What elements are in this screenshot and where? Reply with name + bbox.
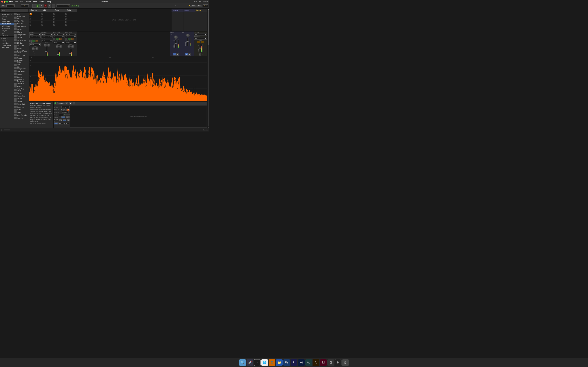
midi-from-select-2[interactable]: All Ins (41, 33, 52, 36)
volume-fader-3[interactable] (58, 50, 59, 56)
menu-options[interactable]: Options (39, 1, 45, 3)
cat-instruments[interactable]: Instruments (0, 20, 14, 23)
right-scrollbar[interactable]: ▲ ▼ (207, 8, 209, 128)
return-b-knob[interactable] (186, 34, 190, 37)
place-packs[interactable]: Packs (0, 40, 14, 42)
audio-channel-select-4[interactable]: 2 (65, 36, 76, 38)
cat-samples[interactable]: Samples (0, 34, 14, 36)
app-menu-live[interactable]: Live (9, 1, 13, 3)
list-item[interactable]: Compressor (14, 33, 29, 36)
overdub-button[interactable]: ⊕ (48, 4, 51, 8)
clip-slot[interactable] (65, 21, 77, 23)
channel-lr-btn[interactable]: LR (67, 109, 69, 111)
send-b-knob-4[interactable] (71, 45, 74, 48)
list-item[interactable]: Frequency Shifter (14, 59, 29, 63)
clip-launch-btn[interactable] (42, 16, 43, 17)
graph-bins-btn[interactable]: Bins (61, 116, 65, 118)
midi-button[interactable]: MIDI (197, 5, 202, 7)
audio-from-select-4[interactable]: Ext. In (65, 33, 76, 36)
clip-slot[interactable] (65, 12, 77, 15)
scale-lin-btn[interactable]: Lin (60, 119, 62, 121)
follow-button[interactable]: ↔ (52, 4, 55, 8)
back-button[interactable]: ◀◀ (33, 4, 36, 8)
list-item[interactable]: Beat Repeat (14, 25, 29, 28)
list-item[interactable]: Auto Filter (14, 20, 29, 22)
list-item[interactable]: Reverb (14, 97, 29, 100)
clip-launch-btn[interactable] (65, 16, 67, 17)
clip-slot[interactable] (29, 23, 41, 26)
clip-slot[interactable] (29, 18, 41, 21)
scroll-up-btn[interactable]: ▲ (208, 9, 209, 10)
list-item[interactable]: Chorus (14, 31, 29, 33)
search-input[interactable] (1, 9, 28, 12)
clip-slot[interactable] (41, 23, 53, 26)
scroll-down-btn[interactable]: ▼ (208, 127, 209, 128)
clip-slot[interactable] (53, 18, 65, 21)
clip-slot[interactable] (41, 12, 53, 15)
scale-log-btn[interactable]: Log (63, 119, 66, 121)
clip-launch-btn[interactable] (30, 21, 31, 23)
monitor-auto-btn-4[interactable]: Auto (68, 38, 71, 40)
channel-l-btn[interactable]: L (61, 109, 63, 111)
clip-launch-btn[interactable] (65, 21, 67, 23)
place-add-folder[interactable]: Add Folder... (0, 47, 14, 49)
avg-input[interactable] (59, 114, 63, 116)
scroll-thumb[interactable] (208, 10, 209, 45)
status-btn-1[interactable] (1, 129, 3, 131)
list-item[interactable]: Simple Delay (14, 103, 29, 106)
cue-out-select[interactable]: 1/2 (194, 33, 207, 36)
clip-launch-btn[interactable] (53, 13, 55, 15)
clip-launch-btn[interactable] (65, 24, 67, 25)
list-item[interactable]: Resonators (14, 94, 29, 97)
list-item[interactable]: EQ Three (14, 44, 29, 47)
monitor-auto-btn[interactable]: Auto (32, 40, 35, 42)
list-item[interactable]: Erosion (14, 47, 29, 50)
clip-slot[interactable] (29, 15, 41, 18)
midi-from-channel[interactable]: All Channels (29, 36, 41, 38)
list-item[interactable]: Glue Compressor (14, 66, 29, 70)
list-item[interactable]: Utility (14, 111, 29, 114)
clip-launch-btn[interactable] (53, 16, 55, 17)
send-b-knob-3[interactable] (59, 45, 62, 48)
list-item[interactable]: Filter Delay (14, 54, 29, 57)
maximize-btn[interactable] (6, 1, 8, 3)
menu-file[interactable]: File (15, 1, 18, 3)
midi-to-select[interactable]: No Output (41, 40, 52, 42)
monitor-in-btn-4[interactable]: In (65, 38, 67, 40)
device-save-btn[interactable]: 💾 (69, 102, 72, 104)
clip-launch-btn[interactable] (53, 24, 55, 25)
cat-clips[interactable]: Clips (0, 32, 14, 34)
device-help-btn[interactable]: ? (73, 102, 75, 104)
monitor-in-btn-3[interactable]: In (53, 38, 55, 40)
scroll-track[interactable] (208, 10, 209, 126)
clip-launch-btn[interactable]: ▶ (30, 13, 32, 15)
master-out-select[interactable]: 1/2 (194, 37, 207, 40)
block-select[interactable]: 2048 (61, 106, 69, 108)
clip-slot[interactable]: ▶ (29, 12, 41, 15)
list-item[interactable]: Phaser (14, 85, 29, 88)
list-item[interactable]: Auto Pan (14, 22, 29, 25)
list-item[interactable]: Ping Pong Delay (14, 88, 29, 92)
scale-max-input[interactable] (64, 122, 69, 125)
list-item[interactable]: Overdrive (14, 82, 29, 85)
cat-plugins[interactable]: Plug-ins (0, 30, 14, 32)
bpm-display[interactable]: 120.00 (6, 4, 15, 7)
menu-create[interactable]: Create (25, 1, 31, 3)
clip-slot[interactable] (29, 21, 41, 23)
send-a-knob[interactable] (32, 47, 35, 50)
post-btn-2[interactable]: Post (201, 41, 204, 43)
cat-drums[interactable]: Drums (0, 18, 14, 20)
monitor-off-btn-4[interactable]: Off (71, 38, 74, 40)
list-item[interactable]: Gate (14, 63, 29, 66)
return-a-arm[interactable]: A (173, 53, 176, 56)
list-item[interactable]: Limiter (14, 73, 29, 75)
cat-max-for-live[interactable]: Max for Live (0, 27, 14, 30)
clip-launch-btn[interactable] (30, 18, 31, 20)
list-item[interactable]: Looper (14, 75, 29, 78)
clip-launch-btn[interactable] (65, 13, 67, 15)
return-b-arm[interactable]: B (185, 53, 188, 56)
clip-slot[interactable] (53, 23, 65, 26)
audio-to-select[interactable]: Master (29, 43, 41, 46)
audio-to-select-3[interactable]: Master (53, 42, 64, 44)
record-button[interactable]: ⏺ (44, 4, 47, 8)
